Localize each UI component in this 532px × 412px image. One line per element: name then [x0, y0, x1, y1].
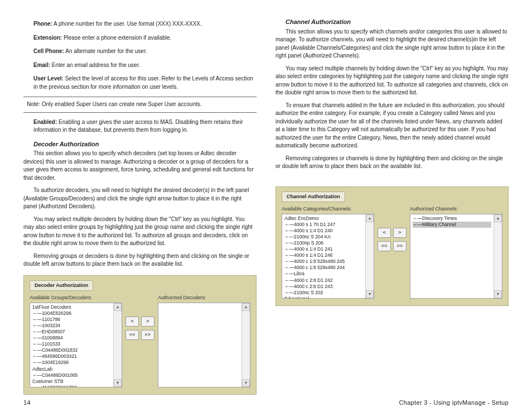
list-item[interactable]: ←—Military Channel [413, 222, 491, 228]
email-label: Email: [33, 62, 50, 68]
decoder-authorized-label: Authorized Decoders: [158, 294, 250, 301]
list-item[interactable]: ←—4000 c 2:8 D1 242 [284, 277, 363, 284]
decoder-p3: You may select multiple decoders by hold… [23, 215, 257, 248]
move-right-button[interactable]: > [141, 317, 154, 327]
channel-p4: Removing categories or channels is done … [275, 155, 509, 171]
channel-auth-text: This section allows you to specify which… [275, 28, 509, 171]
scrollbar[interactable]: ▴ ▾ [365, 214, 374, 298]
phone-label: Phone: [33, 21, 52, 27]
left-column: Phone: A phone number for the user. Use … [23, 18, 257, 395]
channel-arrow-buttons: < > << >> [378, 205, 407, 251]
decoder-authorization-panel: Decoder Authorization Available Groups/D… [23, 275, 257, 395]
userlevel-label: User Level: [33, 75, 64, 82]
move-all-left-button[interactable]: << [378, 241, 391, 251]
extension-label: Extension: [33, 35, 62, 41]
two-column-layout: Phone: A phone number for the user. Use … [23, 18, 509, 395]
email-desc: Enter an email address for the user. [50, 62, 140, 68]
page: Phone: A phone number for the user. Use … [0, 0, 532, 412]
channel-p2: You may select multiple channels by hold… [275, 65, 509, 97]
list-item[interactable]: ←—4000 s 1 70 D1 247 [284, 222, 363, 228]
decoder-available-label: Available Groups/Decoders: [30, 294, 122, 301]
scroll-up-icon[interactable]: ▴ [242, 303, 250, 311]
list-item[interactable]: ←—2100np S 206 [284, 240, 363, 246]
list-item[interactable]: ←—1101786 [32, 317, 111, 323]
move-left-button[interactable]: < [378, 228, 391, 238]
list-item[interactable]: ←—1101533 [32, 341, 111, 347]
scroll-up-icon[interactable]: ▴ [114, 303, 122, 311]
channel-available-side: Available Categories/Channels: Adtec Enc… [282, 205, 374, 299]
scroll-up-icon[interactable]: ▴ [494, 214, 502, 222]
channel-authorized-listbox[interactable]: ←—Discovery Times←—Military Channel ▴ ▾ [410, 214, 502, 299]
user-field-definitions: Phone: A phone number for the user. Use … [33, 20, 257, 91]
phone-desc: A phone number for the user. Use format … [52, 21, 202, 27]
page-number: 14 [23, 399, 31, 406]
channel-authorized-side: Authorized Channels: ←—Discovery Times←—… [410, 205, 502, 299]
list-item[interactable]: ←—2100nc S 202 [284, 290, 363, 296]
scroll-down-icon[interactable]: ▾ [242, 379, 250, 387]
decoder-authorized-side: Authorized Decoders: ▴ ▾ [158, 294, 250, 387]
list-item[interactable]: ←—Libra [284, 271, 363, 277]
extension-desc: Please enter a phone extension if availa… [62, 35, 171, 41]
list-item[interactable]: AdtecLab [32, 366, 111, 372]
channel-available-label: Available Categories/Channels: [282, 205, 374, 213]
decoder-panel-tab[interactable]: Decoder Authorization [30, 280, 93, 291]
right-column: Channel Authorization This section allow… [275, 18, 509, 395]
list-item[interactable]: ←—411386D016790 [32, 385, 111, 387]
decoder-p1: This section allows you to specify which… [23, 150, 257, 182]
enabled-field: Enabled: Enabling a user gives the user … [33, 118, 257, 135]
enabled-label: Enabled: [33, 119, 57, 125]
move-all-left-button[interactable]: << [125, 330, 139, 340]
list-item[interactable]: ←—484586D003421 [32, 353, 111, 360]
chapter-label: Chapter 3 - Using iptvManage - Setup [399, 399, 509, 406]
enabled-desc: Enabling a user gives the user access to… [33, 119, 243, 133]
list-item[interactable]: ←—1004E826296 [32, 310, 111, 317]
channel-panel-tab[interactable]: Channel Authorization [282, 191, 345, 202]
list-item[interactable]: ←—C04486D001085 [32, 372, 111, 379]
list-item[interactable]: ←—1003234 [32, 323, 111, 329]
list-item[interactable]: 1stFloor Decoders [32, 304, 111, 310]
list-item[interactable]: ←—4000 s 1:4 D1 240 [284, 228, 363, 234]
list-item[interactable]: ←—EHD08507 [32, 329, 111, 335]
scroll-down-icon[interactable]: ▾ [494, 290, 502, 298]
list-item[interactable]: ←—2100nc S 204 KA [284, 234, 363, 240]
move-all-right-button[interactable]: >> [141, 330, 154, 340]
list-item[interactable]: ←—Discovery Times [413, 215, 491, 222]
channel-authorization-panel: Channel Authorization Available Categori… [275, 186, 509, 306]
decoder-p4: Removing groups or decoders is done by h… [23, 252, 257, 269]
list-item[interactable]: ←—4000 c 1:8 528x480 244 [284, 265, 363, 271]
decoder-available-side: Available Groups/Decoders: 1stFloor Deco… [30, 294, 122, 387]
list-item[interactable]: ←—1004E19296 [32, 360, 111, 366]
list-item[interactable]: ←—C04486D001832 [32, 347, 111, 353]
scroll-up-icon[interactable]: ▴ [366, 214, 374, 222]
list-item[interactable]: ←—4000 c 2:8 D1 243 [284, 284, 363, 290]
move-all-right-button[interactable]: >> [393, 241, 407, 251]
decoder-available-listbox[interactable]: 1stFloor Decoders←—1004E826296←—1101786←… [30, 303, 122, 387]
scroll-down-icon[interactable]: ▾ [114, 379, 122, 387]
list-item[interactable]: ←—4000 s 1:4 D1 241 [284, 246, 363, 252]
scroll-down-icon[interactable]: ▾ [366, 290, 374, 298]
page-footer: 14 Chapter 3 - Using iptvManage - Setup [23, 399, 509, 406]
list-item[interactable]: Customer STB [32, 379, 111, 385]
scrollbar[interactable]: ▴ ▾ [113, 303, 122, 387]
move-right-button[interactable]: > [393, 228, 407, 238]
channel-p3: To ensure that channels added in the fut… [275, 102, 509, 150]
list-item[interactable]: Adtec EncDemo [284, 215, 363, 222]
list-item[interactable]: Educational [284, 296, 363, 298]
decoder-arrow-buttons: < > << >> [125, 294, 154, 340]
move-left-button[interactable]: < [125, 317, 139, 327]
cellphone-label: Cell Phone: [33, 48, 64, 54]
decoder-p2: To authorize decoders, you will need to … [23, 186, 257, 211]
list-item[interactable]: ←—01008894 [32, 335, 111, 341]
channel-p1: This section allows you to specify which… [275, 28, 509, 60]
cellphone-desc: An alternate number for the user. [64, 48, 147, 54]
channel-auth-heading: Channel Authorization [286, 18, 509, 27]
list-item[interactable]: ←—4000 c 1:8 528x480 245 [284, 258, 363, 265]
scrollbar[interactable]: ▴ ▾ [241, 303, 250, 387]
super-user-note: Note: Only enabled Super Users can creat… [23, 97, 257, 113]
list-item[interactable]: ←—4000 s 1:4 D1 246 [284, 252, 363, 258]
scrollbar[interactable]: ▴ ▾ [494, 214, 502, 298]
decoder-authorized-listbox[interactable]: ▴ ▾ [158, 303, 250, 387]
channel-available-listbox[interactable]: Adtec EncDemo←—4000 s 1 70 D1 247←—4000 … [282, 214, 374, 299]
decoder-auth-heading: Decoder Authorization [33, 140, 257, 149]
decoder-auth-text: This section allows you to specify which… [23, 150, 257, 269]
